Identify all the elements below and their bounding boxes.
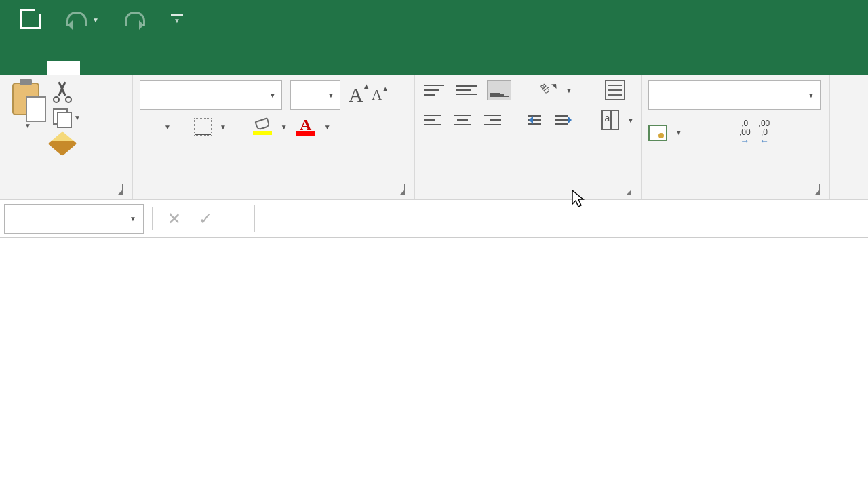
copy-button[interactable]: ▼ xyxy=(53,108,81,126)
chevron-down-icon: ▼ xyxy=(322,92,334,99)
customize-qat-icon[interactable]: ▼ xyxy=(171,14,183,23)
save-icon[interactable] xyxy=(20,9,41,29)
undo-dropdown-icon[interactable]: ▼ xyxy=(92,14,99,24)
font-dialog-launcher-icon[interactable] xyxy=(394,184,405,195)
merge-cells-icon[interactable] xyxy=(601,110,619,130)
tab-file[interactable] xyxy=(15,61,47,75)
tab-view-cut[interactable] xyxy=(243,61,263,75)
chevron-down-icon: ▼ xyxy=(130,215,136,222)
redo-icon[interactable] xyxy=(125,12,145,26)
tab-insert[interactable] xyxy=(80,61,113,75)
font-color-swatch xyxy=(296,131,315,136)
font-color-A-icon: A xyxy=(300,119,311,131)
orientation-icon[interactable] xyxy=(537,81,557,100)
chevron-down-icon: ▼ xyxy=(264,92,276,99)
copy-icon xyxy=(53,108,71,126)
wrap-text-icon[interactable] xyxy=(605,80,625,100)
group-overflow xyxy=(830,75,868,199)
font-size-combo[interactable]: ▼ xyxy=(290,80,340,110)
group-clipboard: ▼ ▼ xyxy=(0,75,133,199)
fill-dropdown-icon[interactable]: ▼ xyxy=(281,123,288,131)
align-left-icon[interactable] xyxy=(422,110,443,130)
clipboard-dialog-launcher-icon[interactable] xyxy=(112,184,123,195)
paste-dropdown-icon[interactable]: ▼ xyxy=(24,122,31,129)
ribbon: ▼ ▼ ▼ ▼ A▲ xyxy=(0,75,868,200)
chevron-down-icon: ▼ xyxy=(802,92,814,99)
align-middle-icon[interactable] xyxy=(454,80,479,100)
tab-page-layout[interactable] xyxy=(113,61,145,75)
increase-indent-icon[interactable] xyxy=(555,111,574,129)
fill-color-button[interactable] xyxy=(252,119,273,135)
tab-home[interactable] xyxy=(47,61,80,75)
align-center-icon[interactable] xyxy=(452,110,473,130)
divider xyxy=(152,207,153,230)
grow-font-icon[interactable]: A▲ xyxy=(349,83,363,106)
align-bottom-icon[interactable] xyxy=(487,80,511,100)
decrease-decimal-icon[interactable]: ,00,0← xyxy=(759,119,770,146)
bucket-icon xyxy=(254,117,270,130)
accounting-dropdown-icon[interactable]: ▼ xyxy=(675,129,682,136)
tab-data[interactable] xyxy=(178,61,210,75)
align-right-icon[interactable] xyxy=(481,110,503,130)
undo-icon xyxy=(66,12,87,26)
group-alignment-label xyxy=(422,194,634,199)
font-color-button[interactable]: A xyxy=(296,119,316,136)
tab-review[interactable] xyxy=(210,61,243,75)
alignment-dialog-launcher-icon[interactable] xyxy=(620,184,631,195)
number-dialog-launcher-icon[interactable] xyxy=(809,184,820,195)
fill-color-swatch xyxy=(253,131,272,135)
number-format-combo[interactable]: ▼ xyxy=(648,80,821,110)
title-bar: ▼ ▼ xyxy=(0,0,868,37)
accounting-format-icon[interactable] xyxy=(648,125,667,141)
group-number: ▼ ▼ ,0,00→ ,00,0← xyxy=(642,75,830,199)
group-clipboard-label xyxy=(7,194,125,199)
formula-bar-row: ▼ ✕ ✓ xyxy=(0,200,868,238)
borders-dropdown-icon[interactable]: ▼ xyxy=(220,123,226,131)
tab-formulas[interactable] xyxy=(145,61,178,75)
increase-decimal-icon[interactable]: ,0,00→ xyxy=(739,119,751,146)
borders-icon[interactable] xyxy=(194,118,212,136)
paste-button[interactable]: ▼ xyxy=(7,80,49,194)
cancel-formula-icon[interactable]: ✕ xyxy=(161,207,188,231)
font-color-dropdown-icon[interactable]: ▼ xyxy=(324,123,331,131)
name-box[interactable]: ▼ xyxy=(4,204,144,234)
insert-function-button[interactable] xyxy=(223,207,250,231)
group-font: ▼ ▼ A▲ A▲ ▼ ▼ ▼ xyxy=(133,75,415,199)
orientation-dropdown-icon[interactable]: ▼ xyxy=(566,87,572,94)
ribbon-tabs xyxy=(0,37,868,75)
copy-dropdown-icon[interactable]: ▼ xyxy=(74,114,81,121)
shrink-font-icon[interactable]: A▲ xyxy=(372,86,382,104)
undo-button[interactable]: ▼ xyxy=(66,12,99,26)
font-name-combo[interactable]: ▼ xyxy=(140,80,282,110)
cut-icon[interactable] xyxy=(53,81,72,100)
group-number-label xyxy=(648,194,823,199)
quick-access-toolbar: ▼ ▼ xyxy=(0,9,183,29)
align-top-icon[interactable] xyxy=(422,80,446,100)
formula-bar[interactable] xyxy=(254,205,864,232)
merge-dropdown-icon[interactable]: ▼ xyxy=(627,117,634,124)
format-painter-icon[interactable] xyxy=(47,131,77,156)
decrease-indent-icon[interactable] xyxy=(528,111,547,129)
group-alignment: ▼ ▼ xyxy=(415,75,642,199)
underline-dropdown-icon[interactable]: ▼ xyxy=(164,123,171,131)
enter-formula-icon[interactable]: ✓ xyxy=(192,207,219,231)
paste-icon xyxy=(9,80,46,119)
group-font-label xyxy=(140,194,408,199)
